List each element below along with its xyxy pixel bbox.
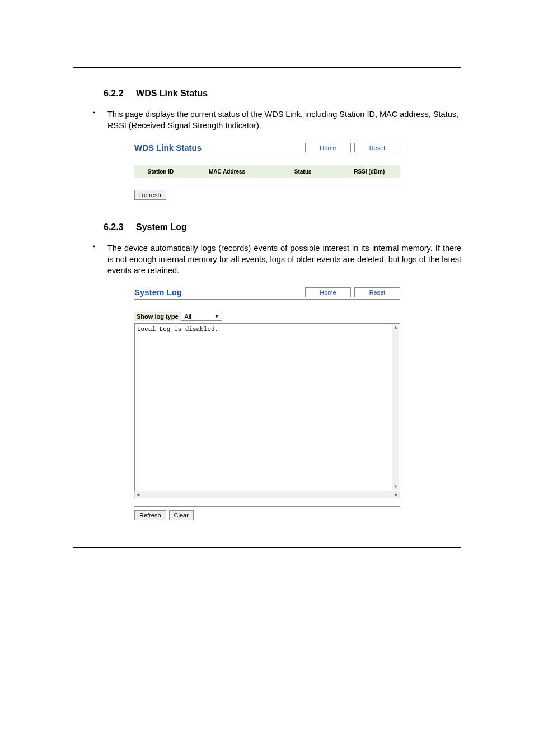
bullet-list: This page displays the current status of… bbox=[73, 109, 461, 132]
section-title: System Log bbox=[136, 222, 187, 232]
scroll-up-icon[interactable]: ▲ bbox=[392, 324, 399, 331]
vertical-scrollbar[interactable]: ▲ ▼ bbox=[392, 324, 399, 490]
top-horizontal-rule bbox=[73, 67, 461, 68]
log-type-select[interactable]: All ▼ bbox=[181, 312, 222, 321]
section-number: 6.2.3 bbox=[104, 222, 124, 232]
syslog-panel-header: System Log Home Reset bbox=[134, 287, 400, 300]
col-mac-address: MAC Address bbox=[187, 165, 268, 178]
show-log-type-label: Show log type bbox=[134, 312, 181, 321]
col-rssi: RSSI (dBm) bbox=[339, 165, 400, 178]
bottom-horizontal-rule bbox=[73, 547, 461, 548]
bullet-item: The device automatically logs (records) … bbox=[93, 242, 461, 277]
wds-panel-header: WDS Link Status Home Reset bbox=[134, 143, 400, 155]
home-button[interactable]: Home bbox=[305, 287, 351, 297]
refresh-button[interactable]: Refresh bbox=[134, 510, 166, 520]
section-title: WDS Link Status bbox=[136, 88, 208, 98]
clear-button[interactable]: Clear bbox=[169, 510, 194, 520]
log-textarea-wrapper: Local Log is disabled. ▲ ▼ ◄ ► bbox=[134, 323, 400, 498]
horizontal-scrollbar[interactable]: ◄ ► bbox=[134, 491, 400, 498]
col-station-id: Station ID bbox=[134, 165, 187, 178]
scroll-right-icon[interactable]: ► bbox=[394, 492, 399, 497]
log-textarea[interactable]: Local Log is disabled. ▲ ▼ bbox=[134, 323, 400, 491]
section-heading-syslog: 6.2.3 System Log bbox=[73, 222, 461, 232]
wds-panel-title: WDS Link Status bbox=[134, 143, 202, 152]
log-type-value: All bbox=[185, 313, 191, 320]
document-page: 6.2.2 WDS Link Status This page displays… bbox=[0, 0, 534, 593]
log-text-content: Local Log is disabled. bbox=[137, 326, 218, 333]
bullet-item: This page displays the current status of… bbox=[93, 109, 461, 132]
reset-button[interactable]: Reset bbox=[354, 287, 400, 297]
wds-header-buttons: Home Reset bbox=[302, 143, 400, 152]
log-filter-row: Show log type All ▼ bbox=[134, 300, 400, 321]
section-number: 6.2.2 bbox=[104, 88, 124, 99]
wds-panel-screenshot: WDS Link Status Home Reset Station ID MA… bbox=[134, 143, 400, 200]
home-button[interactable]: Home bbox=[305, 143, 351, 153]
reset-button[interactable]: Reset bbox=[354, 143, 400, 153]
scroll-left-icon[interactable]: ◄ bbox=[136, 492, 140, 497]
syslog-panel-title: System Log bbox=[134, 287, 182, 297]
bullet-list: The device automatically logs (records) … bbox=[73, 242, 461, 277]
wds-footer-rule bbox=[134, 186, 400, 186]
scroll-down-icon[interactable]: ▼ bbox=[392, 483, 399, 490]
refresh-button[interactable]: Refresh bbox=[134, 190, 166, 200]
syslog-panel-screenshot: System Log Home Reset Show log type All … bbox=[134, 287, 400, 520]
syslog-header-buttons: Home Reset bbox=[302, 287, 400, 297]
syslog-footer-rule bbox=[134, 506, 400, 507]
chevron-down-icon: ▼ bbox=[214, 314, 219, 319]
section-heading-wds: 6.2.2 WDS Link Status bbox=[73, 88, 461, 99]
col-status: Status bbox=[268, 165, 339, 178]
wds-table-header-row: Station ID MAC Address Status RSSI (dBm) bbox=[134, 165, 400, 178]
